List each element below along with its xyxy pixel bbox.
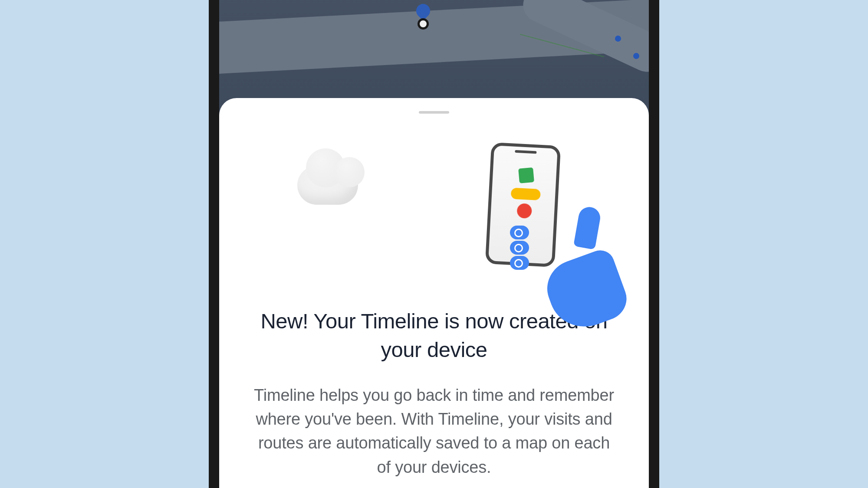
green-square-icon xyxy=(518,167,534,183)
hand-icon xyxy=(514,213,601,291)
yellow-pill-icon xyxy=(511,188,541,201)
onboarding-illustration xyxy=(241,135,627,285)
map-location-dot xyxy=(633,53,639,59)
phone-in-hand-icon xyxy=(480,144,588,287)
sheet-body-text: Timeline helps you go back in time and r… xyxy=(241,383,627,479)
map-location-dot xyxy=(615,36,621,42)
drag-handle[interactable] xyxy=(419,111,449,114)
bottom-sheet[interactable]: New! Your Timeline is now created on you… xyxy=(219,98,649,488)
map-pin-icon[interactable] xyxy=(414,4,432,21)
device-screen: New! Your Timeline is now created on you… xyxy=(219,0,649,488)
cloud-icon xyxy=(284,148,371,205)
device-frame: New! Your Timeline is now created on you… xyxy=(209,0,659,488)
